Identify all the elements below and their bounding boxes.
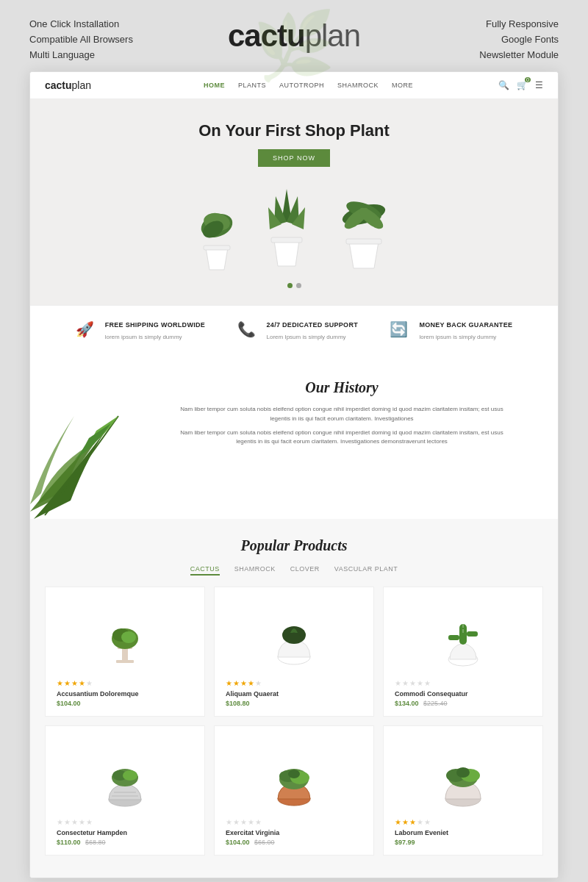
product-price-2: $108.80	[222, 700, 366, 707]
side-plant-container	[30, 357, 126, 519]
product-stars-2: ★★★★★	[222, 679, 366, 687]
history-title: Our History	[170, 379, 514, 396]
product-name-1: Accusantium Doloremque	[53, 690, 197, 698]
features-strip: 🚀 FREE SHIPPING WORLDWIDE lorem ipsum is…	[30, 305, 558, 357]
product-name-3: Commodi Consequatur	[391, 690, 535, 698]
svg-point-44	[456, 767, 470, 778]
product-img-5	[222, 737, 366, 811]
feature-money-back-sub: lorem ipsum is simply dummy	[419, 334, 496, 340]
promo-item-3: Multi Language	[29, 49, 206, 60]
history-para-1: Nam liber tempor cum soluta nobis eleife…	[170, 405, 514, 424]
product-name-4: Consectetur Hampden	[53, 829, 197, 836]
feature-shipping-title: FREE SHIPPING WORLDWIDE	[105, 321, 205, 329]
tab-cactus[interactable]: CACTUS	[190, 565, 220, 576]
feature-support: 📞 24/7 DEDICATED SUPPORT Lorem Ipsum is …	[237, 320, 358, 343]
hero-headline: On Your First Shop Plant	[198, 121, 390, 140]
page-wrapper: One Click Installation Compatible All Br…	[0, 0, 588, 882]
product-price-3: $134.00 $225.40	[391, 700, 535, 707]
product-price-5: $104.00 $66.00	[222, 839, 366, 846]
tab-shamrock[interactable]: SHAMROCK	[234, 565, 276, 576]
support-icon: 📞	[237, 320, 259, 343]
svg-rect-3	[204, 245, 230, 250]
brand-center: 🌿 cactuplan	[206, 18, 382, 54]
nav-brand: cactuplan	[45, 79, 118, 91]
svg-point-34	[123, 770, 137, 781]
hero-decoration: 🌿	[253, 7, 335, 85]
nav-more[interactable]: MORE	[392, 82, 413, 89]
promo-item-4: Fully Responsive	[486, 18, 559, 29]
product-img-6	[391, 737, 535, 811]
feature-shipping-sub: lorem ipsum is simply dummy	[105, 334, 182, 340]
menu-icon[interactable]: ☰	[535, 80, 543, 90]
search-icon[interactable]: 🔍	[498, 80, 509, 90]
history-para-2: Nam liber tempor cum soluta nobis eleife…	[170, 429, 514, 448]
feature-money-back: 🔄 MONEY BACK GUARANTEE lorem ipsum is si…	[390, 320, 512, 343]
svg-point-20	[121, 631, 136, 643]
promo-item-5: Google Fonts	[501, 34, 559, 45]
product-name-5: Exercitat Virginia	[222, 829, 366, 836]
carousel-dot-2[interactable]	[296, 283, 301, 288]
feature-money-back-text: MONEY BACK GUARANTEE lorem ipsum is simp…	[419, 321, 512, 342]
carousel-dots	[287, 277, 301, 294]
product-card-3: ★★★★★ Commodi Consequatur $134.00 $225.4…	[383, 587, 543, 717]
svg-rect-26	[467, 631, 478, 637]
promo-item-6: Newsletter Module	[479, 49, 559, 60]
feature-shipping-text: FREE SHIPPING WORLDWIDE lorem ipsum is s…	[105, 321, 205, 342]
product-tabs: CACTUS SHAMROCK CLOVER VASCULAR PLANT	[45, 565, 543, 576]
product-card-5: ★★★★★ Exercitat Virginia $104.00 $66.00	[214, 725, 374, 856]
product-stars-1: ★★★★★	[53, 679, 197, 687]
side-plant-svg	[30, 357, 126, 519]
promo-item-2: Compatible All Browsers	[29, 34, 206, 45]
shop-now-button[interactable]: SHOP NOW	[258, 149, 330, 167]
product-card-2: ★★★★★ Aliquam Quaerat $108.80	[214, 587, 374, 717]
product-name-6: Laborum Eveniet	[391, 829, 535, 836]
tab-clover[interactable]: CLOVER	[290, 565, 320, 576]
promo-left: One Click Installation Compatible All Br…	[29, 18, 206, 60]
money-back-icon: 🔄	[390, 320, 412, 343]
hero-section: On Your First Shop Plant SHOP NOW	[30, 99, 558, 305]
tab-vascular[interactable]: VASCULAR PLANT	[334, 565, 398, 576]
product-price-4: $110.00 $68.80	[53, 839, 197, 846]
products-section: Popular Products CACTUS SHAMROCK CLOVER …	[30, 519, 558, 878]
svg-rect-17	[116, 660, 134, 663]
nav-shamrock[interactable]: SHAMROCK	[337, 82, 379, 89]
product-price-6: $97.99	[391, 839, 535, 846]
product-img-3	[391, 598, 535, 672]
product-card-6: ★★★★★ Laborum Eveniet $97.99	[383, 725, 543, 856]
svg-rect-25	[448, 635, 459, 640]
shipping-icon: 🚀	[76, 320, 98, 343]
svg-rect-16	[122, 649, 128, 660]
feature-support-text: 24/7 DEDICATED SUPPORT Lorem Ipsum is si…	[267, 321, 358, 342]
product-price-1: $104.00	[53, 700, 197, 707]
svg-point-39	[288, 770, 300, 778]
product-stars-4: ★★★★★	[53, 818, 197, 826]
browser-mockup: cactuplan HOME PLANTS AUTOTROPH SHAMROCK…	[29, 71, 559, 878]
feature-money-back-title: MONEY BACK GUARANTEE	[419, 321, 512, 329]
product-stars-3: ★★★★★	[391, 679, 535, 687]
history-section: Our History Nam liber tempor cum soluta …	[126, 357, 558, 519]
feature-shipping: 🚀 FREE SHIPPING WORLDWIDE lorem ipsum is…	[76, 320, 205, 343]
product-img-2	[222, 598, 366, 672]
product-card-4: ★★★★★ Consectetur Hampden $110.00 $68.80	[45, 725, 205, 856]
products-grid: ★★★★★ Accusantium Doloremque $104.00	[45, 587, 543, 856]
cart-icon[interactable]: 🛒0	[517, 80, 528, 90]
product-img-4	[53, 737, 197, 811]
hero-plants	[187, 182, 401, 277]
plant-pot-3	[327, 189, 401, 277]
nav-home[interactable]: HOME	[204, 82, 225, 89]
product-name-2: Aliquam Quaerat	[222, 690, 366, 698]
svg-rect-9	[271, 237, 302, 243]
promo-item-1: One Click Installation	[29, 18, 206, 29]
feature-support-title: 24/7 DEDICATED SUPPORT	[267, 321, 358, 329]
carousel-dot-1[interactable]	[287, 283, 293, 288]
bottom-spacer	[0, 878, 588, 882]
svg-rect-14	[346, 239, 381, 244]
products-title: Popular Products	[45, 537, 543, 554]
history-wrapper: Our History Nam liber tempor cum soluta …	[30, 357, 558, 519]
product-stars-6: ★★★★★	[391, 818, 535, 826]
promo-right: Fully Responsive Google Fonts Newsletter…	[382, 18, 559, 60]
feature-support-sub: Lorem Ipsum is simply dummy	[267, 334, 346, 340]
plant-pot-2	[254, 182, 320, 277]
promo-header: One Click Installation Compatible All Br…	[0, 0, 588, 71]
product-img-1	[53, 598, 197, 672]
